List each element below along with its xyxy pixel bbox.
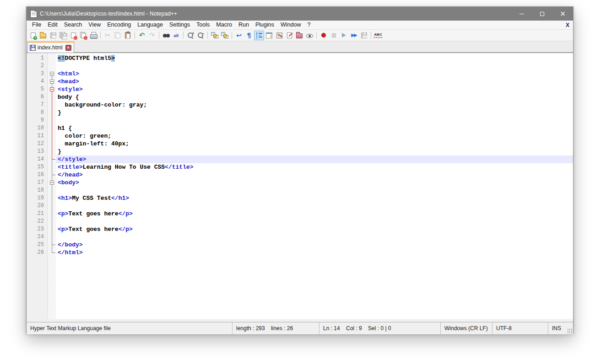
status-doc-type: Hyper Text Markup Language file (27, 322, 233, 334)
code-text[interactable] (56, 202, 573, 210)
menu-item-macro[interactable]: Macro (213, 21, 235, 29)
minimize-button[interactable] (511, 7, 532, 21)
status-encoding[interactable]: UTF-8 (492, 322, 548, 334)
zoom-out-button[interactable]: – (195, 31, 206, 40)
code-text[interactable]: <p>Text goes here</p> (56, 225, 573, 233)
magnifier-icon: – (197, 32, 204, 39)
menu-item-edit[interactable]: Edit (44, 21, 61, 29)
pages-icon (114, 32, 121, 38)
code-text[interactable]: } (56, 109, 573, 117)
function-list-button[interactable] (264, 31, 274, 40)
document-list-button[interactable] (284, 31, 294, 40)
menu-item-search[interactable]: Search (61, 21, 86, 29)
menu-item-file[interactable]: File (29, 21, 44, 29)
code-text[interactable]: body { (56, 93, 573, 101)
macro-playback-button[interactable] (339, 31, 349, 40)
code-text[interactable]: <!DOCTYPE html5> (56, 54, 573, 62)
menu-item-help[interactable]: ? (304, 21, 314, 29)
open-file-button[interactable] (38, 31, 48, 40)
menu-item-language[interactable]: Language (134, 21, 166, 29)
code-text[interactable]: <html> (56, 70, 573, 78)
code-text[interactable] (56, 187, 573, 194)
word-wrap-button[interactable]: ↩ (234, 31, 244, 40)
menu-item-encoding[interactable]: Encoding (104, 21, 134, 29)
code-text[interactable]: h1 { (56, 124, 573, 132)
tab-close-button[interactable]: × (65, 45, 71, 51)
sync-horizontal-scrolling-button[interactable] (220, 31, 230, 40)
fold-margin-cell (49, 109, 56, 117)
code-text[interactable]: <h1>My CSS Test</h1> (56, 194, 573, 202)
status-eol-format[interactable]: Windows (CR LF) (441, 322, 492, 334)
fold-toggle-box[interactable] (49, 78, 56, 86)
code-text[interactable]: </style> (56, 155, 573, 163)
resize-grip[interactable] (567, 328, 573, 334)
macro-record-button[interactable] (319, 31, 329, 40)
code-line-11: 11 color: green; (27, 132, 573, 140)
status-cursor-position[interactable]: Ln : 14 Col : 9 Sel : 0 | 0 (319, 322, 441, 334)
line-number: 22 (27, 218, 49, 225)
sync-vertical-scrolling-button[interactable] (210, 31, 220, 40)
find-button[interactable] (161, 31, 171, 40)
editor-area[interactable]: 1<!DOCTYPE html5>23<html>4<head>5<style>… (27, 53, 573, 319)
code-text[interactable]: margin-left: 40px; (56, 140, 573, 148)
menu-close-document-button[interactable]: X (566, 22, 569, 28)
macro-stop-button[interactable] (329, 31, 339, 40)
menu-item-run[interactable]: Run (235, 21, 252, 29)
code-text[interactable]: </body> (56, 241, 573, 249)
code-text[interactable] (56, 233, 573, 241)
code-line-14: 14</style> (27, 155, 573, 163)
menu-item-view[interactable]: View (85, 21, 104, 29)
code-text[interactable]: </html> (56, 249, 573, 257)
code-text[interactable]: color: green; (56, 132, 573, 140)
minus-badge: – (74, 36, 77, 40)
code-text[interactable]: </head> (56, 171, 573, 179)
saved-floppy-icon (30, 45, 36, 51)
code-text[interactable]: } (56, 148, 573, 155)
show-all-characters-button[interactable]: ¶ (244, 31, 254, 40)
new-file-button[interactable]: + (28, 31, 38, 40)
close-button[interactable]: – (68, 31, 78, 40)
document-list-icon (287, 32, 292, 38)
maximize-button[interactable] (532, 7, 552, 21)
print-button[interactable] (88, 31, 98, 40)
menu-item-plugins[interactable]: Plugins (252, 21, 277, 29)
status-insert-mode[interactable]: INS (548, 322, 567, 334)
code-text[interactable] (56, 218, 573, 225)
copy-button[interactable] (113, 31, 123, 40)
monitoring-button[interactable] (304, 31, 314, 40)
document-map-button[interactable] (274, 31, 284, 40)
replace-button[interactable]: ab (171, 31, 181, 40)
folder-as-workspace-button[interactable] (294, 31, 304, 40)
spell-check-button[interactable]: ABC (373, 31, 383, 40)
code-text[interactable] (56, 117, 573, 124)
code-line-19: 19<h1>My CSS Test</h1> (27, 194, 573, 202)
menu-item-settings[interactable]: Settings (166, 21, 193, 29)
fold-toggle-box[interactable] (49, 70, 56, 78)
show-indent-guide-button[interactable] (254, 31, 264, 40)
code-text[interactable]: <head> (56, 78, 573, 86)
macro-run-multiple-button[interactable]: ▶▶ (349, 31, 359, 40)
code-text[interactable]: background-color: gray; (56, 101, 573, 109)
menu-item-window[interactable]: Window (277, 21, 304, 29)
fold-toggle-box[interactable] (49, 86, 56, 93)
code-text[interactable]: <p>Text goes here</p> (56, 210, 573, 218)
redo-button[interactable]: ↷ (147, 31, 157, 40)
save-all-button[interactable] (58, 31, 68, 40)
code-text[interactable]: <body> (56, 179, 573, 187)
zoom-in-button[interactable]: + (185, 31, 195, 40)
undo-button[interactable]: ↶ (137, 31, 147, 40)
close-button[interactable]: × (552, 7, 573, 21)
code-text[interactable] (56, 62, 573, 70)
fold-toggle-box[interactable] (49, 179, 56, 187)
paste-button[interactable] (123, 31, 133, 40)
cut-button[interactable]: ✂ (103, 31, 113, 40)
tab-index-html[interactable]: index.html × (27, 42, 74, 53)
save-button[interactable] (48, 31, 58, 40)
code-text[interactable]: <title>Learning How To Use CSS</title> (56, 163, 573, 171)
line-number: 15 (27, 163, 49, 171)
macro-save-button[interactable] (359, 31, 369, 40)
code-text[interactable]: <style> (56, 86, 573, 93)
menu-item-tools[interactable]: Tools (193, 21, 213, 29)
close-all-button[interactable]: – (78, 31, 88, 40)
menu-items: FileEditSearchViewEncodingLanguageSettin… (29, 21, 314, 29)
